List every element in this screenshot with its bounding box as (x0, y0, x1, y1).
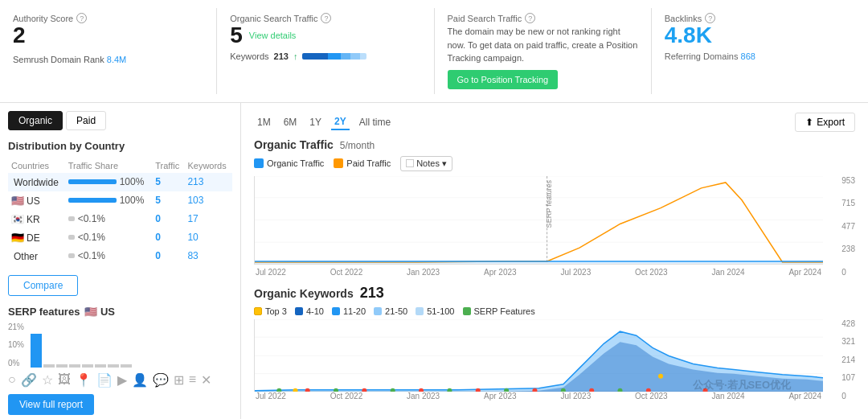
organic-traffic-chart-section: Organic Traffic 5/month Organic Traffic … (254, 138, 855, 277)
authority-score-box: Authority Score ? 2 Semrush Domain Rank … (0, 8, 217, 94)
serp-bar (43, 364, 55, 368)
traffic-share-cell: <0.1% (65, 228, 153, 247)
serp-country: 🇺🇸 US (84, 306, 115, 318)
export-button[interactable]: ⬆ Export (795, 113, 855, 132)
legend-organic-dot (254, 158, 264, 168)
serp-icon-x: ✕ (201, 372, 211, 388)
svg-point-15 (447, 388, 452, 392)
view-full-report-button[interactable]: View full report (8, 394, 94, 415)
traffic-cell: 5 (152, 191, 184, 210)
goto-position-tracking-button[interactable]: Go to Position Tracking (448, 70, 559, 89)
table-row: 🇰🇷KR <0.1% 0 17 (8, 210, 232, 228)
legend-paid: Paid Traffic (334, 158, 391, 168)
country-cell: 🇰🇷KR (8, 210, 65, 228)
keywords-cell: 10 (184, 228, 232, 247)
serp-icon-chat: 💬 (153, 372, 169, 388)
export-icon: ⬆ (805, 117, 813, 128)
organic-chart-svg (255, 176, 823, 264)
svg-point-19 (305, 388, 310, 392)
authority-score-info-icon[interactable]: ? (76, 13, 87, 23)
paid-traffic-description: The domain may be new or not ranking rig… (448, 25, 638, 65)
serp-icons-row: ○ 🔗 ☆ 🖼 📍 📄 ▶ 👤 💬 ⊞ ≡ ✕ (8, 372, 232, 388)
traffic-cell: 0 (152, 247, 184, 265)
serp-icon-image: 🖼 (58, 372, 71, 388)
time-tab-2y[interactable]: 2Y (331, 114, 350, 130)
time-tab-1y[interactable]: 1Y (306, 115, 325, 129)
serp-icon-person: 👤 (132, 372, 148, 388)
organic-paid-tabs: Organic Paid (8, 111, 232, 130)
organic-traffic-box: Organic Search Traffic ? 5 View details … (217, 8, 434, 94)
keywords-colored-bar (302, 53, 366, 60)
svg-point-12 (276, 388, 281, 392)
keywords-y-labels: 428 321 214 107 0 (841, 319, 855, 401)
paid-traffic-label: Paid Search Traffic ? (448, 13, 638, 23)
traffic-share-cell: <0.1% (65, 247, 153, 265)
table-row: Other <0.1% 0 83 (8, 247, 232, 265)
serp-bar (56, 364, 68, 368)
backlinks-box: Backlinks ? 4.8K Referring Domains 868 (652, 8, 868, 94)
serp-bar (31, 334, 42, 368)
compare-button[interactable]: Compare (8, 275, 78, 296)
serp-icon-link: 🔗 (21, 372, 37, 388)
time-tab-6m[interactable]: 6M (280, 115, 301, 129)
legend-organic: Organic Traffic (254, 158, 324, 168)
top-metrics-bar: Authority Score ? 2 Semrush Domain Rank … (0, 0, 868, 103)
organic-chart-legend: Organic Traffic Paid Traffic Notes ▾ (254, 156, 855, 171)
keywords-x-labels: Jul 2022 Oct 2022 Jan 2023 Apr 2023 Jul … (254, 392, 823, 401)
serp-y-labels: 21% 10% 0% (8, 322, 24, 368)
traffic-share-cell: <0.1% (65, 210, 153, 228)
backlinks-value: 4.8K (665, 23, 855, 48)
svg-point-27 (293, 388, 297, 392)
serp-bar (95, 364, 106, 368)
keywords-label: Keywords (230, 51, 268, 61)
keywords-arrow: ↑ (293, 51, 298, 61)
view-details-link[interactable]: View details (249, 31, 297, 40)
referring-domains-link[interactable]: 868 (741, 51, 755, 61)
tab-paid[interactable]: Paid (66, 111, 106, 130)
serp-icon-map: 📍 (76, 372, 92, 388)
serp-bars (31, 322, 132, 368)
serp-features-title: SERP features 🇺🇸 US (8, 306, 232, 318)
keywords-cell: 83 (184, 247, 232, 265)
domain-rank-link[interactable]: 8.4M (107, 55, 126, 64)
traffic-share-cell: 100% (65, 191, 153, 210)
distribution-table: Countries Traffic Share Traffic Keywords… (8, 158, 232, 265)
serp-bar (69, 364, 80, 368)
svg-point-20 (362, 388, 366, 392)
notes-icon (406, 159, 414, 167)
keywords-chart-wrap: 428 321 214 107 0 Jul 2022 Oct 2022 Jan … (254, 319, 823, 401)
keywords-cell: 213 (184, 173, 232, 191)
organic-x-labels: Jul 2022 Oct 2022 Jan 2023 Apr 2023 Jul … (254, 268, 823, 277)
time-tab-1m[interactable]: 1M (254, 115, 274, 129)
keywords-cell: 103 (184, 191, 232, 210)
time-tab-alltime[interactable]: All time (356, 115, 394, 129)
kw-legend-51-100: 51-100 (416, 306, 454, 316)
organic-traffic-info-icon[interactable]: ? (321, 13, 331, 23)
serp-icon-list: ≡ (189, 372, 196, 388)
organic-chart-subtitle: 5/month (340, 140, 375, 151)
organic-keywords-chart-section: Organic Keywords 213 Top 3 4-10 11-20 (254, 285, 855, 401)
organic-chart-title: Organic Traffic (254, 138, 334, 151)
col-keywords: Keywords (184, 158, 232, 173)
col-countries: Countries (8, 158, 65, 173)
serp-icon-star: ☆ (42, 372, 53, 388)
table-row: 🇺🇸US 100% 5 103 (8, 191, 232, 210)
svg-point-21 (419, 388, 424, 392)
right-panel: 1M 6M 1Y 2Y All time ⬆ Export Organic Tr… (241, 103, 868, 420)
table-row: 🇩🇪DE <0.1% 0 10 (8, 228, 232, 247)
serp-chart-wrap: 21% 10% 0% (8, 322, 232, 368)
keywords-bar-row: Keywords 213 ↑ (230, 51, 420, 61)
domain-rank: Semrush Domain Rank 8.4M (13, 55, 203, 64)
paid-traffic-info-icon[interactable]: ? (525, 13, 535, 23)
serp-bar (121, 364, 132, 368)
authority-score-label: Authority Score ? (13, 13, 203, 23)
distribution-title: Distribution by Country (8, 140, 232, 152)
time-tabs-row: 1M 6M 1Y 2Y All time ⬆ Export (254, 113, 855, 132)
organic-traffic-value: 5 (230, 23, 243, 48)
kw-legend-top3: Top 3 (254, 306, 287, 316)
svg-point-28 (658, 373, 663, 378)
notes-button[interactable]: Notes ▾ (400, 156, 452, 171)
tab-organic[interactable]: Organic (8, 111, 63, 130)
keywords-chart-area (254, 319, 823, 392)
svg-point-13 (334, 388, 338, 392)
